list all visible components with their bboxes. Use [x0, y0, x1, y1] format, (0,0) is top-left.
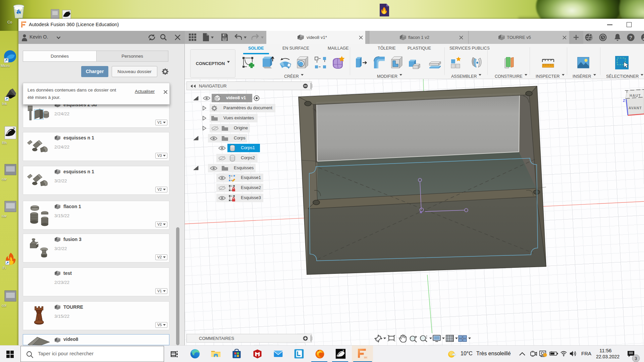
svg-text:Z: Z: [623, 99, 625, 103]
svg-text:7: 7: [68, 11, 70, 14]
svg-text:AVANT: AVANT: [629, 106, 642, 110]
svg-text:7: 7: [342, 349, 344, 353]
svg-text:7: 7: [13, 127, 15, 131]
svg-text:3: 3: [635, 356, 637, 361]
svg-text:HAUT: HAUT: [630, 94, 641, 98]
svg-text:?: ?: [629, 35, 632, 40]
svg-text:360: 360: [364, 356, 367, 359]
